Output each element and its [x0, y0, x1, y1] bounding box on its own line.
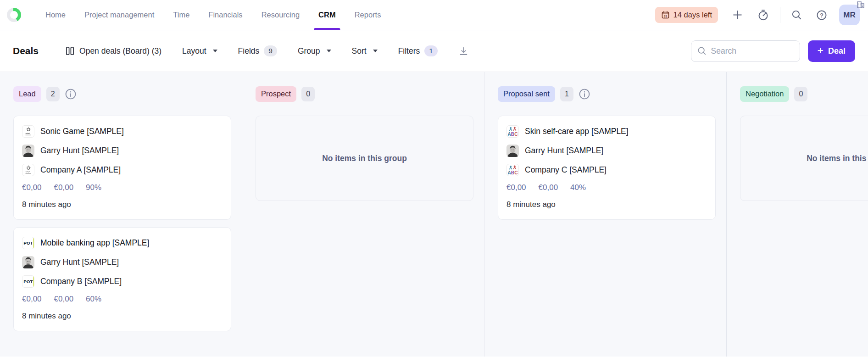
deal-contact: Garry Hunt [SAMPLE] [40, 257, 119, 267]
help-icon: ? [816, 9, 828, 21]
column-negotiation: Negotiation 0 No items in this group [727, 72, 868, 357]
add-deal-label: Deal [828, 46, 846, 56]
nav-resourcing[interactable]: Resourcing [262, 0, 300, 30]
stage-badge: Proposal sent [498, 86, 555, 101]
crm-deals-page: Home Project management Time Financials … [0, 0, 868, 357]
deal-company: Company C [SAMPLE] [525, 165, 606, 175]
company-logo-icon: ABC [506, 164, 519, 176]
nav-project-management[interactable]: Project management [84, 0, 154, 30]
deal-probability: 90% [86, 183, 101, 192]
filters-button[interactable]: Filters 1 [398, 45, 438, 56]
deal-values-row: €0,00 €0,00 90% [22, 183, 223, 192]
column-count-badge: 2 [46, 87, 60, 102]
column-count-badge: 0 [794, 87, 807, 102]
contact-avatar [22, 145, 34, 157]
search-icon [697, 46, 707, 56]
deal-company: Company A [SAMPLE] [40, 165, 121, 175]
deal-weighted-value: €0,00 [54, 295, 74, 304]
nav-financials[interactable]: Financials [208, 0, 242, 30]
active-tab-indicator [314, 28, 340, 30]
group-dropdown[interactable]: Group [298, 46, 331, 56]
deal-search-input[interactable] [711, 46, 794, 56]
sort-label: Sort [352, 46, 367, 56]
fields-count-badge: 9 [264, 45, 277, 56]
help-button[interactable]: ? [816, 9, 828, 21]
download-icon [458, 46, 469, 56]
deals-toolbar: Deals Open deals (Board) (3) Layout Fiel… [0, 30, 868, 72]
deal-logo-icon: POT [22, 237, 34, 249]
deal-company: Company B [SAMPLE] [40, 277, 122, 286]
nav-time[interactable]: Time [173, 0, 189, 30]
board-view-icon [65, 46, 75, 56]
sort-dropdown[interactable]: Sort [352, 46, 378, 56]
filters-label: Filters [398, 46, 420, 56]
global-search-button[interactable] [791, 9, 802, 21]
svg-text:ABC: ABC [508, 170, 518, 175]
chevron-down-icon [327, 50, 331, 52]
header-actions: 31 14 days left [655, 5, 868, 25]
add-deal-button[interactable]: + Deal [808, 40, 855, 62]
deal-values-row: €0,00 €0,00 60% [22, 295, 223, 304]
svg-text:?: ? [820, 12, 823, 18]
nav-reports[interactable]: Reports [355, 0, 381, 30]
deal-title-row: POT Mobile banking app [SAMPLE] [22, 237, 223, 249]
deal-values-row: €0,00 €0,00 40% [506, 183, 707, 192]
page-title: Deals [13, 45, 39, 56]
time-tracker-button[interactable] [757, 9, 769, 21]
header-divider [30, 8, 30, 22]
contact-avatar [506, 145, 519, 157]
chevron-down-icon [373, 50, 378, 52]
fields-button[interactable]: Fields 9 [238, 45, 277, 56]
trial-badge[interactable]: 31 14 days left [655, 7, 718, 23]
company-logo-icon [22, 164, 34, 176]
deal-search [691, 40, 800, 62]
deal-company-row: Company A [SAMPLE] [22, 164, 223, 176]
chevron-down-icon [213, 50, 217, 52]
view-selector-label: Open deals (Board) (3) [79, 46, 161, 56]
empty-group-placeholder: No items in this group [256, 116, 473, 201]
deal-title-row: ABC Skin self-care app [SAMPLE] [506, 125, 707, 138]
deal-updated: 8 minutes ago [22, 200, 223, 209]
deal-updated: 8 minutes ago [22, 312, 223, 321]
filters-count-badge: 1 [424, 45, 438, 56]
deal-card[interactable]: Sonic Game [SAMPLE] Garry Hunt [SA [13, 116, 231, 220]
deal-weighted-value: €0,00 [539, 183, 558, 192]
column-info-icon[interactable] [579, 88, 590, 100]
column-proposal-sent: Proposal sent 1 [484, 72, 727, 357]
calendar-icon: 31 [661, 11, 670, 19]
column-prospect: Prospect 0 No items in this group [242, 72, 484, 357]
column-header: Negotiation 0 [740, 86, 868, 102]
column-info-icon[interactable] [65, 88, 77, 100]
nav-crm[interactable]: CRM [318, 0, 336, 30]
empty-group-placeholder: No items in this group [740, 116, 868, 201]
view-selector[interactable]: Open deals (Board) (3) [65, 46, 161, 56]
deals-kanban-board: Lead 2 [0, 72, 868, 357]
layout-dropdown[interactable]: Layout [182, 46, 217, 56]
header-divider [780, 7, 780, 23]
trial-badge-label: 14 days left [673, 11, 712, 19]
main-nav: Home Project management Time Financials … [45, 0, 381, 30]
deal-value: €0,00 [22, 183, 42, 192]
deal-logo-icon [22, 125, 34, 138]
svg-text:ABC: ABC [508, 132, 518, 137]
deal-contact-row: Garry Hunt [SAMPLE] [22, 256, 223, 268]
top-nav-bar: Home Project management Time Financials … [0, 0, 868, 30]
nav-home[interactable]: Home [45, 0, 66, 30]
deal-contact-row: Garry Hunt [SAMPLE] [506, 145, 707, 157]
stage-badge: Prospect [256, 86, 296, 101]
deal-card[interactable]: POT Mobile banking app [SAMPLE] [13, 227, 231, 331]
column-count-badge: 1 [560, 87, 573, 102]
app-logo[interactable] [7, 8, 21, 22]
export-button[interactable] [458, 46, 469, 56]
column-count-badge: 0 [301, 87, 315, 102]
stage-badge: Negotiation [740, 86, 789, 101]
deal-probability: 40% [570, 183, 586, 192]
deal-value: €0,00 [22, 295, 42, 304]
deal-card[interactable]: ABC Skin self-care app [SAMPLE] [498, 116, 716, 220]
create-new-button[interactable] [731, 9, 744, 21]
deal-contact: Garry Hunt [SAMPLE] [40, 146, 119, 156]
company-logo-icon: POT [22, 275, 34, 288]
empty-group-text: No items in this group [807, 154, 868, 163]
stopwatch-icon [757, 9, 769, 21]
deal-company-row: ABC Company C [SAMPLE] [506, 164, 707, 176]
